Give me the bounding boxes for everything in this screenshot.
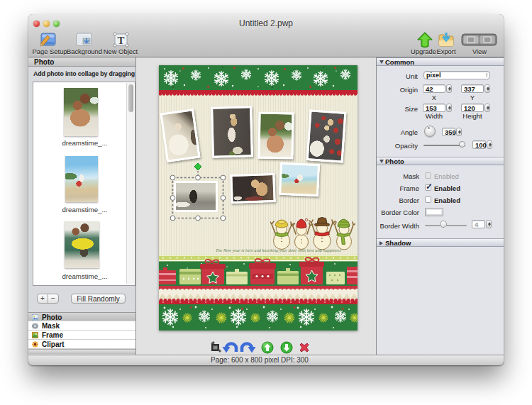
svg-text:T: T: [117, 35, 124, 46]
